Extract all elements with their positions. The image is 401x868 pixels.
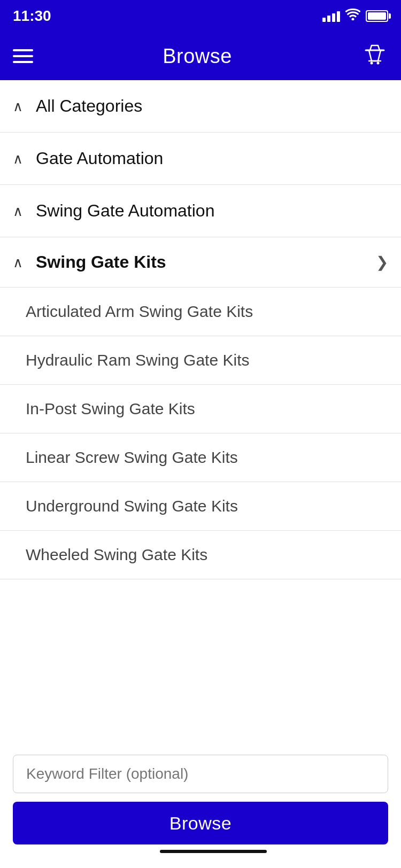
keyword-filter-input[interactable]	[13, 755, 388, 793]
category-gate-automation[interactable]: ∧ Gate Automation	[0, 133, 401, 185]
menu-button[interactable]	[13, 49, 33, 63]
chevron-up-icon: ∧	[13, 99, 23, 113]
status-time: 11:30	[13, 7, 51, 25]
list-item[interactable]: Hydraulic Ram Swing Gate Kits	[0, 336, 401, 385]
sub-item-label: Hydraulic Ram Swing Gate Kits	[26, 351, 249, 369]
chevron-right-icon: ❯	[376, 253, 388, 271]
sub-item-label: Underground Swing Gate Kits	[26, 497, 238, 515]
content-area: ∧ All Categories ∧ Gate Automation ∧ Swi…	[0, 80, 401, 686]
battery-icon	[366, 10, 388, 22]
category-all-categories[interactable]: ∧ All Categories	[0, 80, 401, 133]
chevron-up-icon: ∧	[13, 204, 23, 218]
status-bar: 11:30	[0, 0, 401, 32]
sub-item-label: Articulated Arm Swing Gate Kits	[26, 303, 253, 321]
category-label: Swing Gate Kits	[36, 252, 376, 272]
list-item[interactable]: Wheeled Swing Gate Kits	[0, 531, 401, 579]
chevron-up-icon: ∧	[13, 152, 23, 166]
svg-point-1	[377, 62, 380, 65]
list-item[interactable]: Linear Screw Swing Gate Kits	[0, 433, 401, 482]
app-header: Browse	[0, 32, 401, 80]
home-indicator	[13, 844, 401, 857]
signal-icon	[322, 10, 340, 22]
svg-point-0	[371, 62, 373, 65]
category-label: Swing Gate Automation	[36, 201, 388, 221]
list-item[interactable]: In-Post Swing Gate Kits	[0, 385, 401, 433]
basket-button[interactable]	[361, 42, 388, 71]
bottom-bar: Browse	[0, 744, 401, 868]
category-label: Gate Automation	[36, 149, 388, 168]
category-swing-gate-kits[interactable]: ∧ Swing Gate Kits ❯	[0, 237, 401, 288]
chevron-up-icon: ∧	[13, 255, 23, 269]
status-icons	[322, 9, 388, 24]
sub-item-label: In-Post Swing Gate Kits	[26, 400, 195, 418]
category-swing-gate-automation[interactable]: ∧ Swing Gate Automation	[0, 185, 401, 237]
category-label: All Categories	[36, 96, 388, 116]
browse-button[interactable]: Browse	[13, 802, 388, 844]
list-item[interactable]: Underground Swing Gate Kits	[0, 482, 401, 531]
list-item[interactable]: Articulated Arm Swing Gate Kits	[0, 288, 401, 336]
wifi-icon	[345, 9, 360, 24]
sub-item-label: Linear Screw Swing Gate Kits	[26, 448, 238, 467]
sub-item-label: Wheeled Swing Gate Kits	[26, 546, 207, 564]
header-title: Browse	[163, 45, 232, 68]
